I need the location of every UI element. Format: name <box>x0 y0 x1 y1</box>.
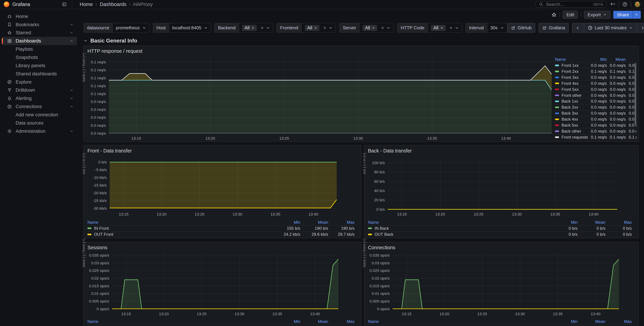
add-new-button[interactable] <box>610 1 615 7</box>
legend-header-mean[interactable]: Mean <box>607 56 626 62</box>
clear-all-icon[interactable]: × <box>381 25 384 30</box>
export-button[interactable]: Export <box>584 11 610 18</box>
legend-header-min[interactable]: Min <box>552 319 578 324</box>
legend-series-name[interactable]: IN Front <box>87 225 275 231</box>
legend-series-name[interactable]: Front other <box>555 92 588 98</box>
help-icon[interactable] <box>622 2 628 7</box>
sidebar-item-alerting[interactable]: Alerting <box>2 94 77 102</box>
legend-header-min[interactable]: Min <box>275 220 300 225</box>
sidebar-item-playlists[interactable]: Playlists <box>2 45 77 53</box>
search-input[interactable]: Search... ctrl+k <box>536 1 606 7</box>
variable-picker[interactable]: localhost:8405 <box>169 23 211 32</box>
panel-title[interactable]: Front - Data transfer <box>87 148 132 154</box>
legend-header-mean[interactable]: Mean <box>578 220 606 225</box>
star-dashboard-icon[interactable] <box>551 12 557 17</box>
sidebar-item-drilldown[interactable]: Drilldown <box>2 86 77 94</box>
panel-title[interactable]: Connections <box>368 245 395 250</box>
legend-series-name[interactable]: Back 5xx <box>555 122 588 128</box>
legend-header-name[interactable]: Name <box>368 319 552 324</box>
legend-header-min[interactable]: Min <box>552 220 578 225</box>
timeseries-chart[interactable]: out (-) / in (+)100 b/s80 b/s60 b/s40 b/… <box>366 160 617 211</box>
clear-all-icon[interactable]: × <box>261 25 264 30</box>
share-menu-button[interactable] <box>633 11 641 18</box>
sidebar-item-data-sources[interactable]: Data sources <box>2 119 77 127</box>
legend-series-name[interactable]: OUT Front <box>87 231 275 237</box>
variable-picker[interactable]: All× × <box>428 23 462 32</box>
variable-picker[interactable]: All× × <box>359 23 393 32</box>
breadcrumb-item[interactable]: Home <box>80 1 93 7</box>
avatar[interactable] <box>634 1 640 7</box>
variable-value-chip[interactable]: All× <box>431 25 446 31</box>
legend-series-name[interactable]: Front 4xx <box>555 80 588 86</box>
time-shift-back-button[interactable] <box>572 23 584 33</box>
legend-series-name[interactable]: Front requests <box>555 134 588 140</box>
time-range-picker[interactable]: Last 30 minutes <box>584 23 636 33</box>
clear-all-icon[interactable]: × <box>324 25 326 30</box>
sidebar-toggle-icon[interactable] <box>62 2 67 7</box>
legend-series-name[interactable]: Front 2xx <box>555 68 588 74</box>
legend-header-max[interactable]: Max <box>606 220 632 225</box>
remove-value-icon[interactable]: × <box>314 25 317 30</box>
legend-series-name[interactable]: IN Back <box>368 225 552 231</box>
sidebar-item-home[interactable]: Home <box>2 12 77 20</box>
legend-scrollbar[interactable] <box>634 63 636 125</box>
share-button[interactable]: Share <box>613 11 633 18</box>
sidebar-item-starred[interactable]: Starred <box>2 29 77 37</box>
sidebar-item-shared-dashboards[interactable]: Shared dashboards <box>2 70 77 78</box>
legend-series-name[interactable]: Front 3xx <box>555 74 588 80</box>
legend-series-name[interactable]: Front <box>368 324 552 326</box>
legend-series-name[interactable]: Front 5xx <box>555 86 588 92</box>
variable-value-chip[interactable]: All× <box>362 25 377 31</box>
grafana-link-button[interactable]: Grafana <box>539 23 569 33</box>
panel-title[interactable]: Sessions <box>87 245 108 250</box>
github-link-button[interactable]: GitHub <box>508 23 535 33</box>
sidebar-item-dashboards[interactable]: Dashboards <box>2 37 77 45</box>
panel-title[interactable]: Back - Data transfer <box>368 148 412 154</box>
legend-header-name[interactable]: Name <box>87 220 275 225</box>
variable-picker[interactable]: prometheus <box>112 23 149 32</box>
time-shift-forward-button[interactable] <box>637 23 644 33</box>
timeseries-chart[interactable]: back (-) / front (+)0.1 req/s0.1 req/s0.… <box>85 57 552 135</box>
legend-series-name[interactable]: Back 3xx <box>555 110 588 116</box>
breadcrumb-item[interactable]: HAProxy <box>133 1 153 7</box>
legend-series-name[interactable]: Back 2xx <box>555 104 588 110</box>
legend-header-name[interactable]: Name <box>87 319 275 324</box>
legend-series-name[interactable]: Back other <box>555 128 588 134</box>
panel-title[interactable]: HTTP response / request <box>87 48 142 54</box>
legend-header-max[interactable]: Max <box>328 220 354 225</box>
legend-header-max[interactable]: Max <box>328 319 354 324</box>
variable-value-chip[interactable]: All× <box>242 25 257 31</box>
legend-series-name[interactable]: OUT Back <box>368 231 552 237</box>
legend-series-name[interactable]: Back 1xx <box>555 98 588 104</box>
legend-header-mean[interactable]: Mean <box>578 319 606 324</box>
sidebar-item-library-panels[interactable]: Library panels <box>2 61 77 70</box>
legend-header-max[interactable]: Max <box>626 56 636 62</box>
timeseries-chart[interactable]: back (-) / front (+)0.035 ops/s0.03 ops/… <box>366 253 619 310</box>
remove-value-icon[interactable]: × <box>372 25 375 30</box>
legend-header-name[interactable]: Name <box>368 220 552 225</box>
sidebar-item-explore[interactable]: Explore <box>2 78 77 86</box>
sidebar-item-add-new-connection[interactable]: Add new connection <box>2 111 77 119</box>
row-basic-general-info[interactable]: Basic General Info <box>84 38 137 44</box>
remove-value-icon[interactable]: × <box>440 25 443 30</box>
sidebar-item-snapshots[interactable]: Snapshots <box>2 53 77 61</box>
legend-header-mean[interactable]: Mean <box>300 319 328 324</box>
legend-series-name[interactable]: Front 1xx <box>555 62 588 68</box>
legend-series-name[interactable]: Front <box>87 324 275 326</box>
variable-value-chip[interactable]: All× <box>305 25 319 31</box>
variable-picker[interactable]: All× × <box>302 23 336 32</box>
legend-header-mean[interactable]: Mean <box>300 220 328 225</box>
variable-picker[interactable]: All× × <box>239 23 273 32</box>
variable-picker[interactable]: 30s <box>487 23 507 32</box>
clear-all-icon[interactable]: × <box>450 25 452 30</box>
edit-button[interactable]: Edit <box>563 11 578 18</box>
sidebar-item-administration[interactable]: Administration <box>2 127 77 135</box>
timeseries-chart[interactable]: back (-) / front (+)0.035 ops/s0.03 ops/… <box>85 253 338 310</box>
legend-series-name[interactable]: Back 4xx <box>555 116 588 122</box>
sidebar-item-bookmarks[interactable]: Bookmarks <box>2 20 77 29</box>
remove-value-icon[interactable]: × <box>252 25 254 30</box>
legend-header-name[interactable]: Name <box>555 56 588 62</box>
legend-header-min[interactable]: Min <box>275 319 300 324</box>
legend-header-min[interactable]: Min <box>588 56 607 62</box>
breadcrumb-item[interactable]: Dashboards <box>100 1 126 7</box>
